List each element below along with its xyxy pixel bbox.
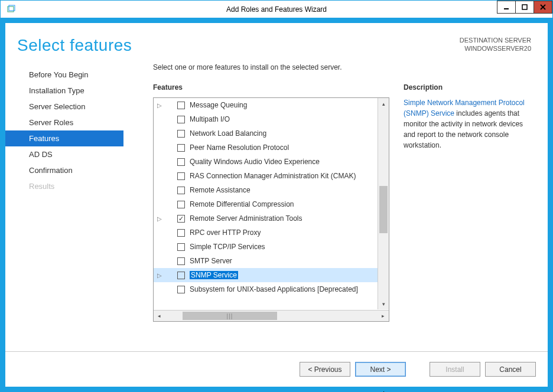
features-heading: Features <box>153 83 389 92</box>
feature-row[interactable]: Simple TCP/IP Services <box>154 240 389 254</box>
footer: < Previous Next > Install Cancel <box>5 351 548 387</box>
page-title: Select features <box>17 36 132 55</box>
close-button[interactable] <box>534 1 552 14</box>
window-title: Add Roles and Features Wizard <box>1 5 552 14</box>
feature-checkbox[interactable] <box>177 116 185 123</box>
feature-row[interactable]: Remote Assistance <box>154 183 389 197</box>
feature-label: RAS Connection Manager Administration Ki… <box>190 172 356 180</box>
step-ad-ds[interactable]: AD DS <box>5 146 123 162</box>
cancel-button[interactable]: Cancel <box>485 362 536 377</box>
instruction-text: Select one or more features to install o… <box>153 63 531 71</box>
feature-checkbox[interactable] <box>177 172 185 180</box>
step-confirmation[interactable]: Confirmation <box>5 162 123 178</box>
hscroll-thumb[interactable]: ||| <box>183 312 277 320</box>
titlebar: Add Roles and Features Wizard <box>1 1 552 18</box>
next-button[interactable]: Next > <box>355 362 406 377</box>
feature-row[interactable]: RAS Connection Manager Administration Ki… <box>154 169 389 183</box>
feature-checkbox[interactable] <box>177 201 185 208</box>
feature-checkbox[interactable] <box>177 286 185 293</box>
wizard-steps: Before You Begin Installation Type Serve… <box>5 63 123 351</box>
vertical-scrollbar[interactable]: ▴ ▾ <box>378 98 389 309</box>
feature-label: Remote Assistance <box>190 186 251 194</box>
wizard-window: Add Roles and Features Wizard Select fea… <box>0 0 553 392</box>
description-text: Simple Network Management Protocol (SNMP… <box>404 97 531 151</box>
feature-row[interactable]: Network Load Balancing <box>154 126 389 141</box>
scroll-grip-icon: ||| <box>227 313 233 319</box>
step-results: Results <box>5 178 123 194</box>
app-icon <box>4 2 18 17</box>
main-column: Select one or more features to install o… <box>123 63 531 351</box>
step-installation-type[interactable]: Installation Type <box>5 83 123 99</box>
feature-checkbox[interactable] <box>177 229 185 237</box>
step-features[interactable]: Features <box>5 130 123 146</box>
feature-label: Remote Differential Compression <box>190 200 294 208</box>
feature-checkbox[interactable] <box>177 102 185 109</box>
feature-row[interactable]: ▷Remote Server Administration Tools <box>154 211 389 226</box>
feature-label: Peer Name Resolution Protocol <box>190 143 289 152</box>
feature-label: Remote Server Administration Tools <box>190 214 302 223</box>
previous-button[interactable]: < Previous <box>300 362 350 377</box>
expand-icon[interactable]: ▷ <box>154 215 165 222</box>
destination-server: WINDOWSSERVER20 <box>460 44 531 53</box>
horizontal-scrollbar[interactable]: ◂ ||| ▸ <box>154 310 389 321</box>
features-listbox: ▷Message QueuingMultipath I/ONetwork Loa… <box>153 97 389 322</box>
feature-checkbox[interactable] <box>177 144 185 152</box>
minimize-button[interactable] <box>497 1 516 14</box>
columns: Features ▷Message QueuingMultipath I/ONe… <box>153 83 531 351</box>
content-frame: Select features DESTINATION SERVER WINDO… <box>1 18 552 391</box>
description-heading: Description <box>404 83 531 92</box>
scroll-track[interactable] <box>378 109 389 298</box>
step-server-roles[interactable]: Server Roles <box>5 115 123 130</box>
svg-rect-3 <box>522 5 527 9</box>
body: Before You Begin Installation Type Serve… <box>5 55 548 351</box>
feature-label: RPC over HTTP Proxy <box>190 228 261 237</box>
feature-checkbox[interactable] <box>177 257 185 265</box>
feature-row[interactable]: Multipath I/O <box>154 112 389 126</box>
step-server-selection[interactable]: Server Selection <box>5 99 123 115</box>
destination-label: DESTINATION SERVER <box>460 36 531 44</box>
install-button: Install <box>430 362 480 377</box>
feature-checkbox[interactable] <box>177 272 185 279</box>
feature-label: Quality Windows Audio Video Experience <box>190 158 320 166</box>
feature-row[interactable]: ▷SNMP Service <box>154 268 389 282</box>
maximize-button[interactable] <box>515 1 534 14</box>
scroll-right-icon[interactable]: ▸ <box>378 311 389 321</box>
feature-checkbox[interactable] <box>177 187 185 194</box>
feature-row[interactable]: RPC over HTTP Proxy <box>154 226 389 240</box>
feature-label: SNMP Service <box>190 271 238 279</box>
feature-row[interactable]: SMTP Server <box>154 254 389 268</box>
feature-row[interactable]: Subsystem for UNIX-based Applications [D… <box>154 282 389 296</box>
window-controls <box>497 1 552 14</box>
feature-row[interactable]: Quality Windows Audio Video Experience <box>154 155 389 169</box>
feature-label: Multipath I/O <box>190 115 230 123</box>
scroll-thumb[interactable] <box>379 186 388 233</box>
scroll-up-icon[interactable]: ▴ <box>378 98 389 109</box>
feature-checkbox[interactable] <box>177 158 185 166</box>
hscroll-track[interactable]: ||| <box>165 311 378 321</box>
feature-row[interactable]: Remote Differential Compression <box>154 197 389 211</box>
feature-label: Message Queuing <box>190 101 247 109</box>
scroll-left-icon[interactable]: ◂ <box>154 311 165 321</box>
step-before-you-begin[interactable]: Before You Begin <box>5 67 123 83</box>
feature-label: SMTP Server <box>190 257 232 265</box>
expand-icon[interactable]: ▷ <box>154 102 165 109</box>
feature-checkbox[interactable] <box>177 215 185 223</box>
header-row: Select features DESTINATION SERVER WINDO… <box>5 23 548 55</box>
description-column: Description Simple Network Management Pr… <box>404 83 531 351</box>
feature-label: Subsystem for UNIX-based Applications [D… <box>190 285 358 293</box>
feature-row[interactable]: Peer Name Resolution Protocol <box>154 141 389 155</box>
feature-label: Simple TCP/IP Services <box>190 243 265 251</box>
features-column: Features ▷Message QueuingMultipath I/ONe… <box>153 83 389 351</box>
feature-checkbox[interactable] <box>177 243 185 251</box>
scroll-down-icon[interactable]: ▾ <box>378 298 389 309</box>
features-list[interactable]: ▷Message QueuingMultipath I/ONetwork Loa… <box>154 98 389 310</box>
destination-block: DESTINATION SERVER WINDOWSSERVER20 <box>460 36 531 53</box>
feature-checkbox[interactable] <box>177 130 185 138</box>
feature-label: Network Load Balancing <box>190 129 266 138</box>
expand-icon[interactable]: ▷ <box>154 272 165 279</box>
feature-row[interactable]: ▷Message Queuing <box>154 98 389 112</box>
